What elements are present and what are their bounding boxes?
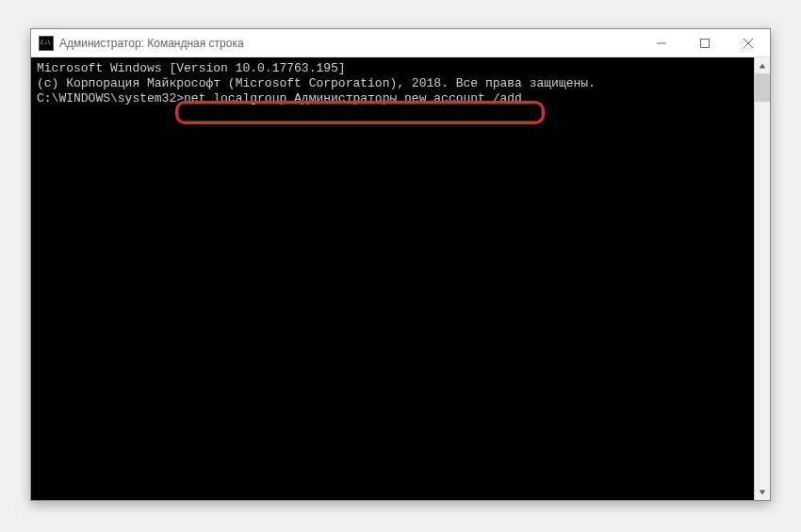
terminal-area: Microsoft Windows [Version 10.0.17763.19… xyxy=(31,57,770,500)
window-title: Администратор: Командная строка xyxy=(59,37,640,50)
svg-marker-4 xyxy=(760,63,765,68)
prompt-text: C:\WINDOWS\system32> xyxy=(37,91,184,106)
cmd-window: Администратор: Командная строка Microsof… xyxy=(30,28,771,501)
cmd-icon xyxy=(39,36,54,51)
close-button[interactable] xyxy=(727,29,770,56)
window-controls xyxy=(640,29,770,56)
svg-marker-5 xyxy=(760,490,765,494)
maximize-button[interactable] xyxy=(683,29,727,56)
prompt-line: C:\WINDOWS\system32>net localgroup Админ… xyxy=(37,91,748,106)
terminal[interactable]: Microsoft Windows [Version 10.0.17763.19… xyxy=(31,57,754,500)
scroll-up-button[interactable] xyxy=(755,57,770,73)
titlebar[interactable]: Администратор: Командная строка xyxy=(31,29,770,57)
terminal-output-line: Microsoft Windows [Version 10.0.17763.19… xyxy=(37,61,748,76)
minimize-button[interactable] xyxy=(640,29,683,56)
scroll-thumb[interactable] xyxy=(755,73,770,102)
svg-rect-1 xyxy=(701,39,710,47)
scroll-down-button[interactable] xyxy=(755,484,770,500)
command-text: net localgroup Администраторы new_accoun… xyxy=(184,91,522,106)
vertical-scrollbar[interactable] xyxy=(754,57,770,500)
terminal-output-line: (c) Корпорация Майкрософт (Microsoft Cor… xyxy=(37,76,748,91)
